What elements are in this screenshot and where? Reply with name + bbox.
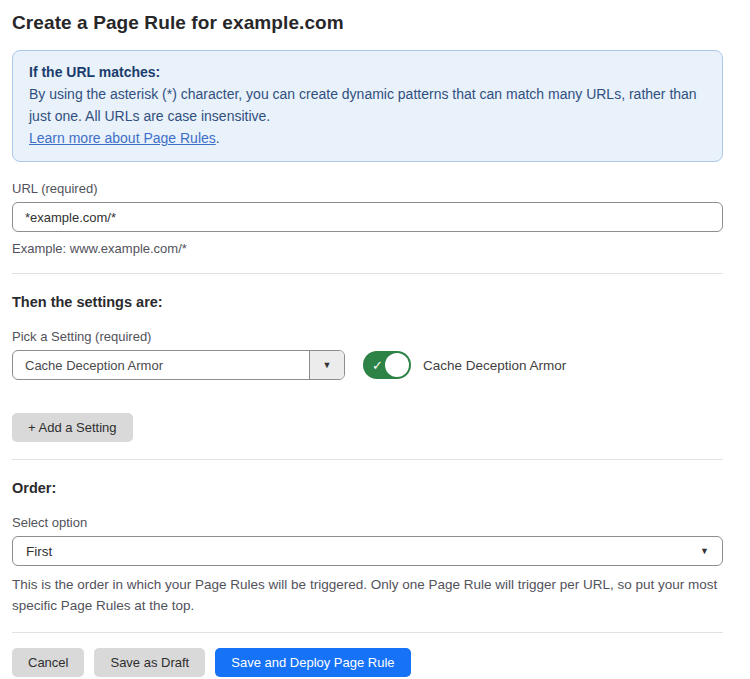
cancel-button[interactable]: Cancel [12, 648, 84, 677]
url-field-label: URL (required) [12, 181, 723, 196]
url-match-info-box: If the URL matches: By using the asteris… [12, 50, 723, 162]
link-suffix: . [216, 130, 220, 146]
chevron-down-icon: ▼ [323, 360, 332, 370]
order-select-value: First [26, 544, 52, 559]
order-section-heading: Order: [12, 480, 723, 496]
select-option-label: Select option [12, 515, 723, 530]
divider [12, 459, 723, 460]
info-box-body: By using the asterisk (*) character, you… [29, 83, 706, 127]
setting-dropdown[interactable]: Cache Deception Armor ▼ [12, 350, 345, 380]
order-select[interactable]: First ▼ [12, 536, 723, 566]
settings-section-heading: Then the settings are: [12, 294, 723, 310]
url-input[interactable] [12, 202, 723, 232]
setting-dropdown-value: Cache Deception Armor [13, 351, 309, 379]
info-link-line: Learn more about Page Rules. [29, 127, 706, 149]
divider [12, 632, 723, 633]
setting-dropdown-button[interactable]: ▼ [309, 351, 344, 379]
learn-more-link[interactable]: Learn more about Page Rules [29, 130, 216, 146]
toggle-knob [385, 353, 409, 377]
save-and-deploy-button[interactable]: Save and Deploy Page Rule [215, 648, 410, 677]
footer-buttons: Cancel Save as Draft Save and Deploy Pag… [12, 648, 723, 677]
order-helper-text: This is the order in which your Page Rul… [12, 574, 723, 616]
save-as-draft-button[interactable]: Save as Draft [94, 648, 205, 677]
chevron-down-icon: ▼ [700, 546, 709, 556]
toggle-label: Cache Deception Armor [423, 358, 566, 373]
url-helper-text: Example: www.example.com/* [12, 239, 723, 259]
pick-setting-label: Pick a Setting (required) [12, 329, 723, 344]
add-setting-button[interactable]: + Add a Setting [12, 413, 133, 442]
divider [12, 273, 723, 274]
info-box-heading: If the URL matches: [29, 61, 706, 83]
check-icon: ✓ [372, 359, 383, 372]
cache-deception-armor-toggle[interactable]: ✓ [363, 351, 411, 379]
page-title: Create a Page Rule for example.com [12, 12, 723, 34]
page-rule-form: Create a Page Rule for example.com If th… [0, 0, 750, 677]
setting-row: Cache Deception Armor ▼ ✓ Cache Deceptio… [12, 350, 723, 380]
